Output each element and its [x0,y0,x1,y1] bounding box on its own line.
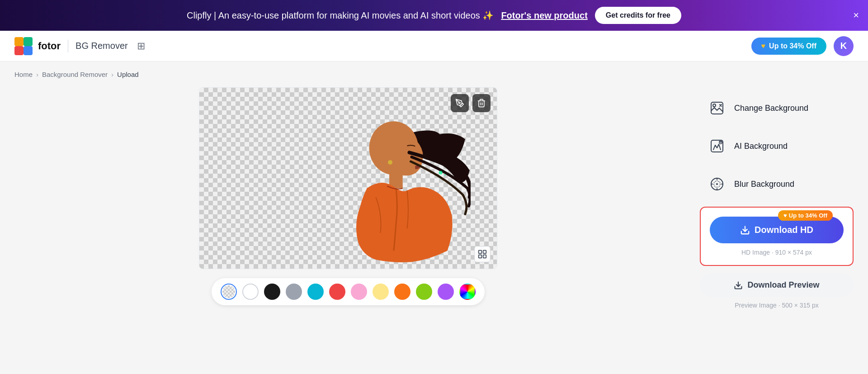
svg-point-20 [713,104,716,107]
svg-rect-17 [479,255,482,258]
top-banner: Clipfly | An easy-to-use platform for ma… [0,0,868,31]
swatch-black[interactable] [264,284,280,300]
tool-name: BG Remover [75,41,128,51]
svg-rect-19 [711,102,723,114]
swatch-white[interactable] [242,284,259,300]
svg-point-25 [716,183,718,185]
download-preview-icon [734,281,743,290]
ai-background-icon [707,136,727,156]
swatch-orange[interactable] [394,284,410,300]
breadcrumb-home[interactable]: Home [14,71,33,78]
banner-link[interactable]: Fotor's new product [501,10,587,21]
breadcrumb-current: Upload [117,71,139,78]
svg-rect-15 [479,251,482,254]
layer-button[interactable] [474,246,491,262]
breadcrumb-section[interactable]: Background Remover [42,71,108,78]
discount-badge-label: Up to 34% Off [789,212,827,219]
color-swatches [212,278,485,305]
brush-tool-button[interactable] [451,94,469,112]
header-divider [68,40,68,52]
ai-background-action[interactable]: AI Background [700,127,854,165]
heart-badge-icon: ♥ [783,212,787,219]
blur-background-icon [707,174,727,194]
preview-image-info: Preview Image · 500 × 315 px [700,302,854,309]
person-image [312,90,471,269]
svg-rect-16 [483,251,486,254]
blur-background-label: Blur Background [734,180,794,189]
swatch-purple[interactable] [438,284,454,300]
swatch-yellow[interactable] [373,284,389,300]
heart-icon: ♥ [761,42,766,50]
download-preview-label: Download Preview [747,280,819,290]
header: fotor BG Remover ⊞ ♥ Up to 34% Off K [0,31,868,62]
svg-rect-3 [14,46,24,55]
breadcrumb-sep-2: › [111,71,113,78]
banner-close-button[interactable]: × [853,10,859,20]
upgrade-button[interactable]: ♥ Up to 34% Off [751,38,826,55]
swatch-rainbow[interactable] [459,284,476,300]
brush-icon [455,99,464,108]
avatar[interactable]: K [834,36,854,56]
canvas-toolbar [451,94,491,112]
swatch-lime[interactable] [416,284,432,300]
canvas-container [199,87,497,269]
download-preview-button[interactable]: Download Preview [700,273,854,297]
upgrade-label: Up to 34% Off [769,42,816,50]
svg-point-11 [387,151,394,161]
swatch-red[interactable] [329,284,345,300]
breadcrumb-sep-1: › [36,71,38,78]
swatch-gray[interactable] [286,284,302,300]
erase-tool-button[interactable] [472,94,491,112]
canvas-checkerboard [199,88,497,269]
svg-rect-18 [483,255,486,258]
svg-point-12 [388,160,392,165]
download-section: ♥ Up to 34% Off Download HD HD Image · 9… [700,207,854,266]
canvas-bottom-right [474,246,491,262]
svg-rect-2 [24,37,33,46]
download-hd-button[interactable]: ♥ Up to 34% Off Download HD [710,217,844,243]
change-background-label: Change Background [734,104,808,113]
breadcrumb: Home › Background Remover › Upload [0,62,868,87]
right-panel: Change Background AI Background [700,87,854,309]
layer-icon [478,250,487,259]
swatch-pink[interactable] [351,284,367,300]
grid-icon[interactable]: ⊞ [137,40,145,52]
svg-point-14 [444,174,446,176]
svg-point-13 [439,171,443,175]
canvas-area [14,87,682,309]
svg-point-5 [459,102,460,104]
main-content: Change Background AI Background [0,87,868,323]
discount-badge: ♥ Up to 34% Off [778,210,833,221]
download-hd-label: Download HD [755,225,813,235]
change-background-action[interactable]: Change Background [700,89,854,127]
download-icon [740,225,750,235]
ai-background-label: AI Background [734,142,788,151]
logo[interactable]: fotor [14,37,61,55]
fotor-logo-icon [14,37,33,55]
banner-cta-button[interactable]: Get credits for free [595,7,681,24]
header-right: ♥ Up to 34% Off K [751,36,854,56]
svg-rect-4 [24,46,33,55]
swatch-transparent[interactable] [221,284,237,300]
change-background-icon [707,98,727,118]
erase-icon [477,99,486,108]
logo-text: fotor [38,40,61,52]
banner-text: Clipfly | An easy-to-use platform for ma… [187,10,494,21]
hd-image-info: HD Image · 910 × 574 px [710,249,844,256]
blur-background-action[interactable]: Blur Background [700,165,854,203]
svg-rect-1 [14,37,24,46]
swatch-cyan[interactable] [307,284,324,300]
